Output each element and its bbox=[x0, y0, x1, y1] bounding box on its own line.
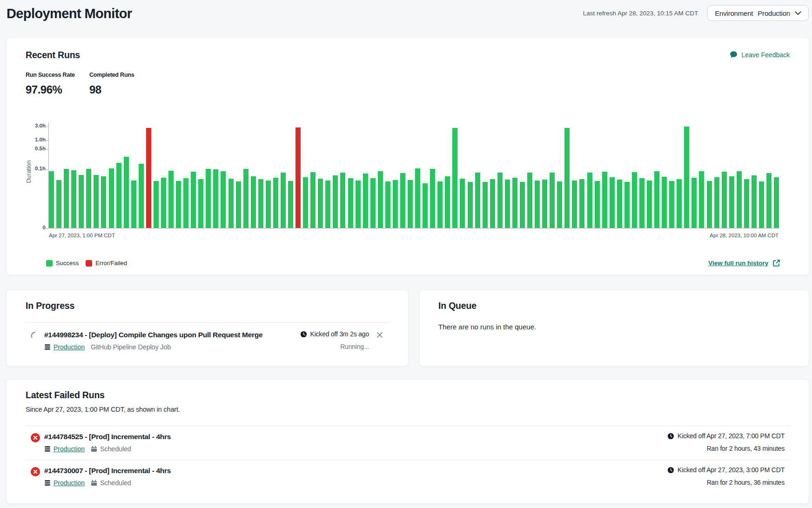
chart-bar-success[interactable] bbox=[774, 177, 779, 228]
chart-bar-success[interactable] bbox=[729, 176, 734, 228]
leave-feedback-link[interactable]: Leave Feedback bbox=[730, 51, 790, 59]
production-environment-link[interactable]: Production bbox=[54, 445, 85, 453]
chart-bar-success[interactable] bbox=[572, 180, 577, 228]
chart-bar-success[interactable] bbox=[161, 178, 166, 228]
close-icon[interactable] bbox=[376, 332, 383, 338]
chart-bar-success[interactable] bbox=[206, 169, 211, 228]
environment-dropdown[interactable]: Environment Production bbox=[707, 5, 809, 21]
chart-bar-success[interactable] bbox=[452, 128, 457, 228]
chart-bar-success[interactable] bbox=[632, 172, 637, 228]
chart-bar-success[interactable] bbox=[766, 173, 772, 228]
chart-bar-success[interactable] bbox=[759, 181, 764, 228]
chart-bar-success[interactable] bbox=[535, 180, 540, 228]
chart-bar-success[interactable] bbox=[505, 180, 510, 228]
chart-bar-success[interactable] bbox=[699, 171, 704, 228]
chart-bar-success[interactable] bbox=[266, 180, 271, 228]
chart-bar-failed[interactable] bbox=[295, 127, 301, 228]
chart-bar-success[interactable] bbox=[639, 178, 644, 228]
chart-bar-success[interactable] bbox=[423, 183, 428, 228]
chart-bar-success[interactable] bbox=[116, 163, 121, 228]
chart-bar-success[interactable] bbox=[550, 173, 555, 228]
chart-bar-success[interactable] bbox=[176, 181, 181, 228]
chart-bar-success[interactable] bbox=[243, 169, 248, 228]
chart-bar-success[interactable] bbox=[109, 168, 114, 228]
chart-bar-success[interactable] bbox=[348, 178, 353, 228]
chart-bar-success[interactable] bbox=[475, 173, 480, 228]
chart-bar-success[interactable] bbox=[707, 181, 712, 228]
chart-bar-success[interactable] bbox=[691, 178, 697, 228]
chart-bar-success[interactable] bbox=[281, 173, 286, 228]
chart-bar-success[interactable] bbox=[325, 180, 330, 228]
chart-bar-success[interactable] bbox=[737, 171, 742, 228]
chart-bar-success[interactable] bbox=[393, 180, 398, 228]
chart-bar-success[interactable] bbox=[213, 169, 218, 228]
chart-bar-success[interactable] bbox=[228, 179, 234, 228]
chart-bar-success[interactable] bbox=[101, 176, 106, 228]
chart-bar-success[interactable] bbox=[400, 173, 405, 228]
chart-bar-success[interactable] bbox=[437, 181, 443, 228]
chart-bar-success[interactable] bbox=[154, 181, 159, 228]
chart-bar-success[interactable] bbox=[490, 179, 495, 228]
chart-bar-success[interactable] bbox=[579, 179, 584, 228]
chart-bar-success[interactable] bbox=[64, 169, 69, 228]
chart-bar-success[interactable] bbox=[430, 169, 435, 228]
chart-bar-success[interactable] bbox=[49, 171, 54, 228]
chart-bar-success[interactable] bbox=[273, 178, 278, 228]
chart-bar-success[interactable] bbox=[198, 179, 203, 228]
chart-bar-success[interactable] bbox=[378, 171, 383, 228]
chart-bar-failed[interactable] bbox=[146, 128, 151, 228]
production-environment-link[interactable]: Production bbox=[54, 479, 85, 487]
chart-bar-success[interactable] bbox=[79, 175, 84, 228]
chart-bar-success[interactable] bbox=[557, 181, 562, 228]
chart-bar-success[interactable] bbox=[542, 180, 547, 228]
chart-bar-success[interactable] bbox=[564, 128, 570, 228]
chart-bar-success[interactable] bbox=[722, 172, 727, 228]
chart-bar-success[interactable] bbox=[610, 177, 615, 228]
chart-bar-success[interactable] bbox=[497, 173, 503, 228]
chart-bar-success[interactable] bbox=[370, 178, 376, 228]
chart-bar-success[interactable] bbox=[744, 179, 749, 228]
chart-bar-success[interactable] bbox=[139, 164, 144, 228]
chart-bar-success[interactable] bbox=[385, 181, 390, 228]
chart-bar-success[interactable] bbox=[183, 178, 188, 228]
chart-bar-success[interactable] bbox=[468, 182, 473, 228]
chart-bar-success[interactable] bbox=[714, 177, 719, 228]
chart-bar-success[interactable] bbox=[303, 177, 308, 228]
chart-bar-success[interactable] bbox=[602, 172, 607, 228]
chart-bar-success[interactable] bbox=[251, 176, 256, 228]
chart-bar-success[interactable] bbox=[56, 180, 61, 228]
chart-bar-success[interactable] bbox=[483, 182, 488, 228]
chart-bar-success[interactable] bbox=[340, 173, 345, 228]
chart-bar-success[interactable] bbox=[191, 172, 196, 228]
chart-bar-success[interactable] bbox=[168, 171, 174, 228]
chart-bar-success[interactable] bbox=[363, 174, 368, 228]
chart-bar-success[interactable] bbox=[647, 180, 652, 228]
chart-bar-success[interactable] bbox=[310, 172, 315, 228]
chart-bar-success[interactable] bbox=[408, 180, 413, 228]
chart-bar-success[interactable] bbox=[258, 179, 263, 228]
chart-bar-success[interactable] bbox=[595, 181, 600, 228]
chart-bar-success[interactable] bbox=[662, 177, 667, 228]
chart-bar-success[interactable] bbox=[333, 175, 338, 228]
chart-bar-success[interactable] bbox=[624, 182, 630, 228]
chart-bar-success[interactable] bbox=[654, 171, 659, 228]
chart-bar-success[interactable] bbox=[221, 171, 226, 228]
chart-bar-success[interactable] bbox=[318, 179, 323, 228]
chart-bar-success[interactable] bbox=[131, 180, 136, 228]
view-history-link[interactable]: View full run history bbox=[708, 259, 780, 267]
chart-bar-success[interactable] bbox=[587, 173, 592, 228]
production-environment-link[interactable]: Production bbox=[54, 343, 85, 351]
chart-bar-success[interactable] bbox=[288, 181, 293, 228]
chart-bar-success[interactable] bbox=[445, 176, 450, 228]
chart-bar-success[interactable] bbox=[86, 169, 91, 228]
chart-bar-success[interactable] bbox=[460, 179, 465, 228]
chart-bar-success[interactable] bbox=[415, 168, 420, 228]
chart-bar-success[interactable] bbox=[527, 173, 532, 228]
chart-bar-success[interactable] bbox=[520, 182, 525, 228]
chart-bar-success[interactable] bbox=[677, 179, 682, 228]
chart-bar-success[interactable] bbox=[752, 175, 757, 228]
chart-bar-success[interactable] bbox=[356, 180, 361, 228]
chart-bar-success[interactable] bbox=[71, 170, 76, 228]
chart-bar-success[interactable] bbox=[684, 127, 689, 228]
chart-bar-success[interactable] bbox=[617, 180, 622, 228]
